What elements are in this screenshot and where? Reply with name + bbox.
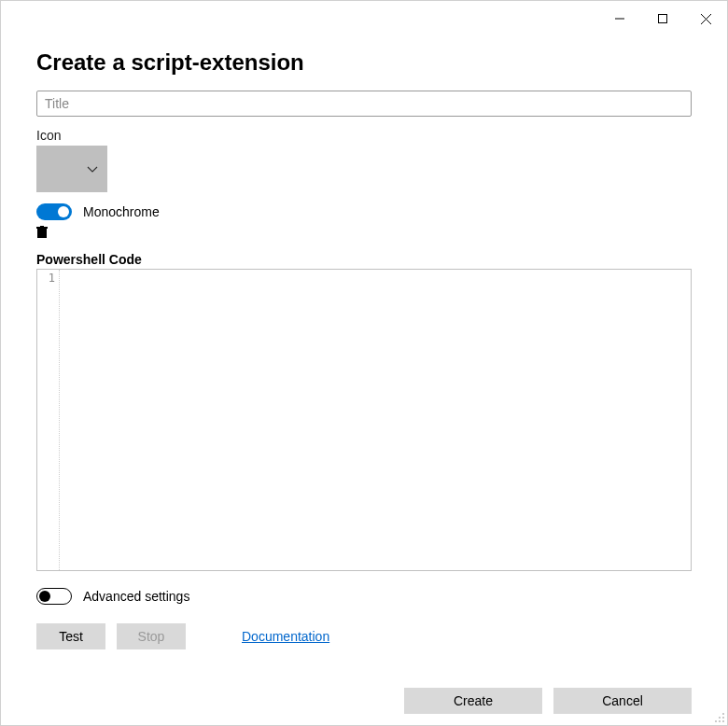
close-button[interactable] <box>684 5 727 33</box>
advanced-label: Advanced settings <box>83 589 189 604</box>
advanced-toggle[interactable] <box>36 588 72 605</box>
action-row: Test Stop Documentation <box>36 623 692 649</box>
svg-rect-6 <box>40 226 44 227</box>
icon-label: Icon <box>36 128 692 143</box>
documentation-link[interactable]: Documentation <box>242 629 329 644</box>
monochrome-row: Monochrome <box>36 203 692 220</box>
code-editor: 1 <box>36 269 692 571</box>
code-label: Powershell Code <box>36 252 692 267</box>
cancel-button[interactable]: Cancel <box>553 688 692 714</box>
maximize-button[interactable] <box>641 5 684 33</box>
svg-rect-4 <box>37 229 47 238</box>
svg-point-10 <box>715 720 717 722</box>
svg-rect-1 <box>659 15 667 23</box>
resize-grip-icon[interactable] <box>712 710 725 723</box>
stop-button[interactable]: Stop <box>117 623 186 649</box>
monochrome-label: Monochrome <box>83 204 160 219</box>
test-button[interactable]: Test <box>36 623 105 649</box>
advanced-row: Advanced settings <box>36 588 692 605</box>
trash-icon[interactable] <box>36 226 49 239</box>
minimize-button[interactable] <box>598 5 641 33</box>
code-textarea[interactable] <box>60 270 691 570</box>
icon-picker[interactable] <box>36 146 107 192</box>
dialog-content: Create a script-extension Icon Monochrom… <box>1 36 727 725</box>
svg-point-9 <box>722 717 724 719</box>
svg-point-12 <box>722 720 724 722</box>
chevron-down-icon <box>87 161 98 176</box>
svg-rect-5 <box>36 227 48 229</box>
svg-point-11 <box>719 720 721 722</box>
dialog-footer: Create Cancel <box>404 688 692 714</box>
dialog-heading: Create a script-extension <box>36 49 692 76</box>
title-input[interactable] <box>36 91 692 117</box>
monochrome-toggle[interactable] <box>36 203 72 220</box>
line-gutter: 1 <box>37 270 60 570</box>
svg-point-7 <box>722 713 724 715</box>
title-bar <box>1 1 727 36</box>
line-number: 1 <box>37 272 55 285</box>
create-button[interactable]: Create <box>404 688 542 714</box>
svg-point-8 <box>719 717 721 719</box>
window-controls <box>598 5 727 33</box>
dialog-window: Create a script-extension Icon Monochrom… <box>0 0 728 726</box>
